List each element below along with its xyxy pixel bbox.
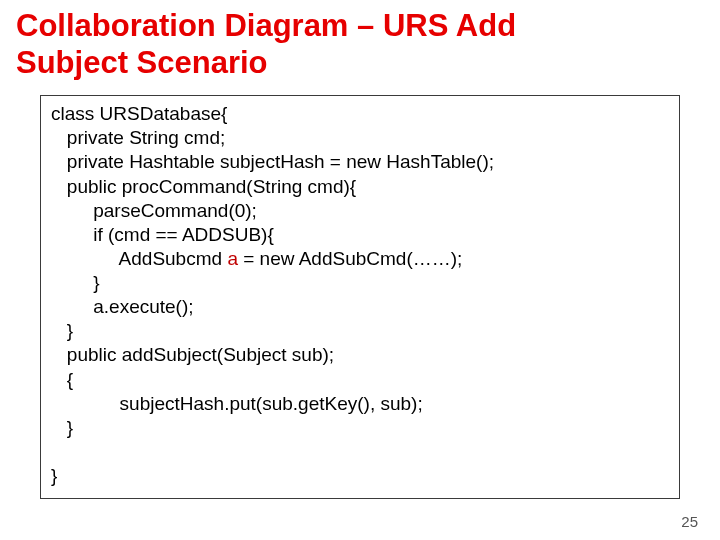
page-number: 25 (681, 513, 698, 530)
code-line: } (51, 319, 669, 343)
slide: Collaboration Diagram – URS Add Subject … (0, 0, 720, 540)
slide-title: Collaboration Diagram – URS Add Subject … (16, 8, 704, 81)
code-line: class URSDatabase{ (51, 102, 669, 126)
code-line: } (51, 464, 669, 488)
code-line: if (cmd == ADDSUB){ (51, 223, 669, 247)
code-line: public procCommand(String cmd){ (51, 175, 669, 199)
code-line: parseCommand(0); (51, 199, 669, 223)
variable-highlight: a (227, 248, 238, 269)
title-line-2: Subject Scenario (16, 45, 704, 82)
code-line: { (51, 368, 669, 392)
code-line (51, 440, 669, 464)
title-line-1: Collaboration Diagram – URS Add (16, 8, 704, 45)
code-line: private String cmd; (51, 126, 669, 150)
code-line: private Hashtable subjectHash = new Hash… (51, 150, 669, 174)
code-line: AddSubcmd a = new AddSubCmd(……); (51, 247, 669, 271)
code-box: class URSDatabase{ private String cmd; p… (40, 95, 680, 499)
code-line: public addSubject(Subject sub); (51, 343, 669, 367)
code-line: } (51, 416, 669, 440)
code-line: subjectHash.put(sub.getKey(), sub); (51, 392, 669, 416)
code-line: } (51, 271, 669, 295)
code-line: a.execute(); (51, 295, 669, 319)
